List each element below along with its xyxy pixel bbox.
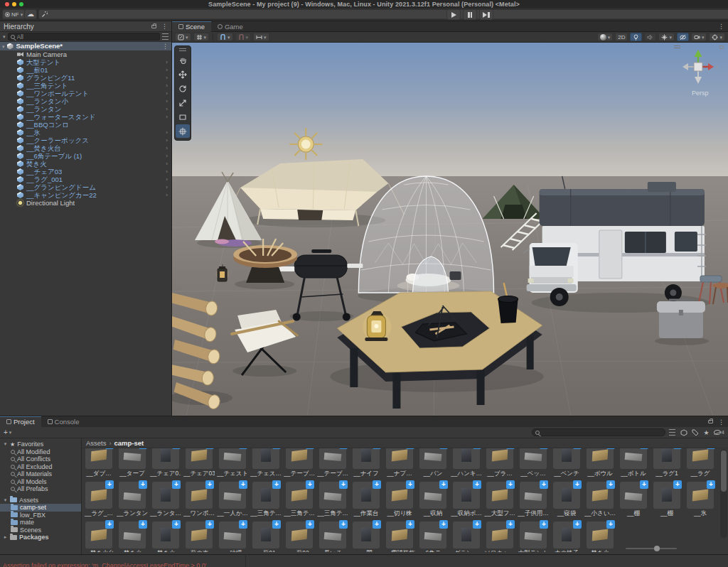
prefab-add-badge[interactable]: + xyxy=(439,520,448,529)
hierarchy-item[interactable]: __ランタン › xyxy=(0,105,171,113)
snap-settings-button[interactable]: ▾ xyxy=(217,33,233,41)
asset-folder-item[interactable]: camp-set xyxy=(0,504,81,512)
expand-chevron-icon[interactable]: › xyxy=(166,82,168,90)
tab-project[interactable]: Project xyxy=(0,416,41,427)
prefab-add-badge[interactable]: + xyxy=(272,520,281,529)
lock-icon[interactable] xyxy=(708,420,713,423)
expand-chevron-icon[interactable]: › xyxy=(166,136,168,144)
asset-item[interactable]: + __ハンキ… xyxy=(453,448,480,478)
overlay-drag-handle[interactable] xyxy=(674,45,680,48)
hierarchy-item[interactable]: __6角テーブル (1) › xyxy=(0,152,171,160)
asset-item[interactable]: + 木の椅子 xyxy=(553,522,580,552)
tab-game[interactable]: Game xyxy=(211,21,250,32)
asset-item[interactable]: + __薪02 xyxy=(286,522,313,552)
prefab-add-badge[interactable]: + xyxy=(205,448,214,449)
asset-item[interactable]: + __三角テ… xyxy=(286,482,313,518)
prefab-add-badge[interactable]: + xyxy=(172,520,181,529)
prefab-add-badge[interactable]: + xyxy=(506,480,515,489)
prefab-add-badge[interactable]: + xyxy=(473,480,481,489)
expand-chevron-icon[interactable]: › xyxy=(166,90,168,97)
effects-toggle-button[interactable]: ▾ xyxy=(658,33,675,41)
expand-chevron-icon[interactable]: › xyxy=(166,176,168,183)
expand-chevron-icon[interactable]: › xyxy=(166,105,168,113)
asset-item[interactable]: + __一人か… xyxy=(219,482,246,518)
asset-item[interactable]: + __ベッ… xyxy=(520,448,547,478)
asset-item[interactable]: + __ナイフ xyxy=(353,448,380,478)
favorites-section[interactable]: ▾ ★ Favorites xyxy=(0,441,81,448)
kebab-menu-icon[interactable]: ⋮ xyxy=(718,418,724,426)
lock-icon[interactable] xyxy=(151,25,156,28)
expand-chevron-icon[interactable]: › xyxy=(166,129,168,136)
prefab-add-badge[interactable]: + xyxy=(506,520,515,529)
asset-item[interactable]: + 大型テント xyxy=(520,522,547,552)
prefab-add-badge[interactable]: + xyxy=(606,520,615,529)
search-by-type-icon[interactable] xyxy=(668,428,677,436)
hierarchy-item[interactable]: __ランタン小 › xyxy=(0,97,171,105)
asset-item[interactable]: + __作業台 xyxy=(353,482,380,518)
prefab-add-badge[interactable]: + xyxy=(406,448,414,449)
prefab-add-badge[interactable]: + xyxy=(205,480,214,489)
slider-knob[interactable] xyxy=(654,546,660,551)
kebab-menu-icon[interactable]: ⋮ xyxy=(161,23,168,30)
camera-settings-button[interactable]: ▾ xyxy=(691,33,707,41)
prefab-add-badge[interactable]: + xyxy=(172,448,181,449)
prefab-add-badge[interactable]: + xyxy=(406,480,414,489)
packages-section[interactable]: ▸ Packages xyxy=(0,534,81,541)
prefab-add-badge[interactable]: + xyxy=(540,520,548,529)
status-bar[interactable]: Assertion failed on expression: 'm_Chann… xyxy=(0,554,728,567)
asset-item[interactable]: + __薪の束… xyxy=(186,522,213,552)
asset-item[interactable]: + __パン xyxy=(419,448,446,478)
asset-item[interactable]: + __大型フ… xyxy=(486,482,513,518)
asset-item[interactable]: + __チェア03 xyxy=(186,448,213,478)
prefab-add-badge[interactable]: + xyxy=(239,520,247,529)
expand-chevron-icon[interactable]: › xyxy=(166,74,168,82)
asset-item[interactable]: + __焚き火台 xyxy=(85,522,112,552)
asset-item[interactable]: + __ブラ… xyxy=(486,448,513,478)
project-search-input[interactable] xyxy=(542,429,662,436)
expander-icon[interactable]: ▾ xyxy=(2,44,5,49)
asset-item[interactable]: + __薪01 xyxy=(252,522,279,552)
favorites-item[interactable]: All Prefabs xyxy=(0,485,81,493)
prefab-add-badge[interactable]: + xyxy=(473,520,481,529)
scale-tool-button[interactable] xyxy=(176,96,190,109)
project-search-field[interactable] xyxy=(532,428,665,436)
kebab-menu-icon[interactable]: ⋮ xyxy=(162,42,168,50)
scene-3d-render[interactable] xyxy=(172,43,728,416)
asset-item[interactable]: + __テーブ… xyxy=(319,448,346,478)
asset-item[interactable]: + __ベンチ xyxy=(553,448,580,478)
hierarchy-item[interactable]: __ウォータースタンド › xyxy=(0,113,171,121)
prefab-add-badge[interactable]: + xyxy=(339,480,348,489)
hidden-packages-count[interactable]: 4 xyxy=(714,429,724,436)
favorites-item[interactable]: All Modified xyxy=(0,448,81,456)
prefab-add-badge[interactable]: + xyxy=(707,480,715,489)
breadcrumb-root[interactable]: Assets xyxy=(86,439,107,447)
prefab-add-badge[interactable]: + xyxy=(540,480,548,489)
expander-icon[interactable]: ▾ xyxy=(3,497,8,503)
prefab-add-badge[interactable]: + xyxy=(205,520,214,529)
prefab-add-badge[interactable]: + xyxy=(640,480,648,489)
prefab-add-badge[interactable]: + xyxy=(339,520,348,529)
asset-item[interactable]: + __チェア0… xyxy=(152,448,179,478)
hierarchy-item[interactable]: __グランピングドーム › xyxy=(0,183,171,191)
prefab-add-badge[interactable]: + xyxy=(573,480,582,489)
expand-chevron-icon[interactable]: › xyxy=(166,113,168,121)
expand-chevron-icon[interactable]: › xyxy=(166,191,168,199)
view-hand-tool-button[interactable] xyxy=(176,53,190,67)
search-packages-icon[interactable] xyxy=(680,428,688,436)
asset-item[interactable]: + __三角テ… xyxy=(252,482,279,518)
hierarchy-item[interactable]: __ワンポールテント › xyxy=(0,90,171,97)
expand-chevron-icon[interactable]: › xyxy=(166,97,168,105)
measure-button[interactable]: ▾ xyxy=(253,33,269,41)
favorites-filter-icon[interactable]: ★ xyxy=(702,428,711,436)
asset-item[interactable]: + __氷 xyxy=(687,482,714,518)
expander-icon[interactable]: ▸ xyxy=(3,534,8,540)
hierarchy-item[interactable]: 焚き火 › xyxy=(0,160,171,168)
prefab-add-badge[interactable]: + xyxy=(439,480,448,489)
asset-item[interactable]: + __門 xyxy=(353,522,380,552)
hierarchy-item[interactable]: __クーラーボックス › xyxy=(0,136,171,144)
cloud-services-button[interactable]: ☁ xyxy=(24,9,37,19)
asset-item[interactable]: + __小さい… xyxy=(587,482,614,518)
snap-increment-button[interactable]: ▾ xyxy=(235,33,252,41)
prefab-add-badge[interactable]: + xyxy=(139,520,147,529)
tab-console[interactable]: Console xyxy=(41,416,86,427)
